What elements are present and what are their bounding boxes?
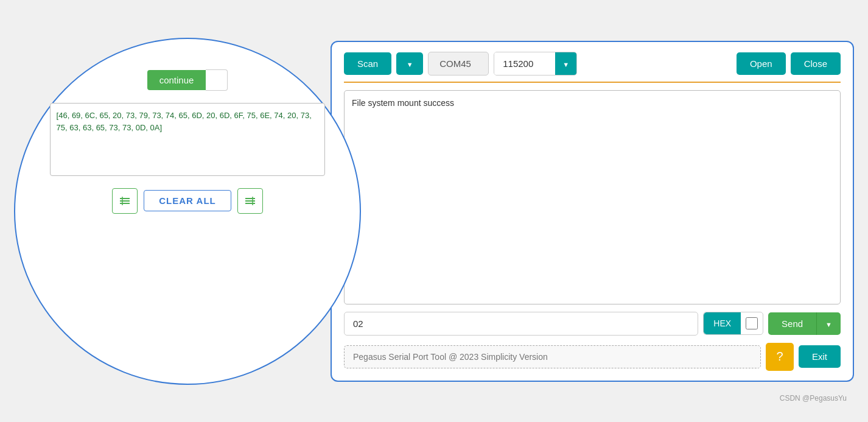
footer-info-input [344,345,761,368]
send-input[interactable] [344,312,698,336]
close-button[interactable]: Close [791,52,841,75]
help-button[interactable]: ? [766,343,794,371]
right-panel: Scan COM45 Open Close File system mount … [331,41,854,382]
exit-button[interactable]: Exit [799,345,841,368]
right-icon-button[interactable] [237,188,263,214]
baud-dropdown[interactable] [555,52,576,75]
scan-dropdown[interactable] [396,52,423,75]
help-icon: ? [776,350,783,364]
circle-inner: continue [46, 69, 6C, 65, 20, 73, 79, 73… [50,69,326,176]
toolbar: Scan COM45 Open Close [344,52,841,83]
hex-button[interactable]: HEX [704,312,741,334]
baud-group [494,52,577,76]
circle-panel: continue [46, 69, 6C, 65, 20, 73, 79, 73… [14,38,361,385]
send-dropdown[interactable] [816,312,841,335]
continue-button[interactable]: continue [147,70,206,90]
circle-bottom: CLEAR ALL [112,188,262,214]
hex-display: [46, 69, 6C, 65, 20, 73, 79, 73, 74, 65,… [50,103,326,176]
hex-checkbox[interactable] [746,317,758,329]
hex-check-area: HEX [703,312,763,335]
send-group: Send [768,312,841,335]
output-text: File system mount success [352,98,454,108]
watermark: CSDN @PegasusYu [780,394,847,403]
send-row: HEX Send [344,312,841,336]
baud-input[interactable] [494,52,555,75]
continue-row: continue [147,69,228,91]
continue-extra-box [206,69,228,91]
main-container: continue [46, 69, 6C, 65, 20, 73, 79, 73… [14,16,854,406]
clear-all-button[interactable]: CLEAR ALL [144,190,231,211]
output-area: File system mount success [344,90,841,304]
left-icon-button[interactable] [112,188,138,214]
send-button[interactable]: Send [768,312,816,335]
scan-button[interactable]: Scan [344,52,391,75]
footer-row: ? Exit [344,343,841,371]
open-button[interactable]: Open [737,52,786,75]
port-display: COM45 [428,52,489,76]
